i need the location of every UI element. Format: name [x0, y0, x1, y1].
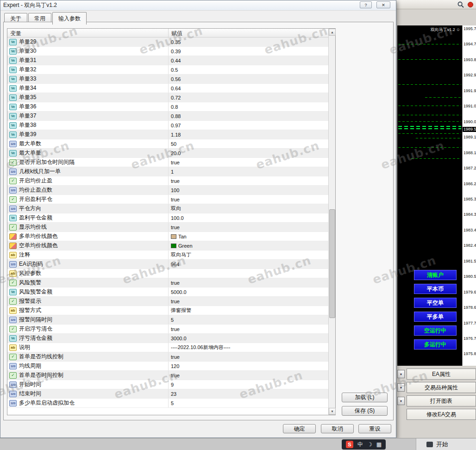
ea-panel-button-平空单[interactable]: 平空单 [414, 298, 457, 308]
param-value-cell[interactable]: 0.64 [169, 84, 328, 93]
close-icon[interactable]: ✕ [376, 1, 390, 8]
tab-输入参数[interactable]: 输入参数 [52, 12, 87, 25]
table-row[interactable]: 多单均价线颜色Tan [7, 232, 328, 241]
ea-panel-button-空运行中[interactable]: 空运行中 [414, 325, 457, 336]
chevron-down-icon[interactable]: ▼ [397, 370, 405, 378]
table-row[interactable]: 123多少单后启动虚拟加仓5 [7, 399, 328, 408]
table-row[interactable]: 123开始时间9 [7, 380, 328, 389]
table-row[interactable]: ✓开启均价止盈true [7, 176, 328, 186]
notification-icon[interactable] [468, 2, 473, 7]
param-value-cell[interactable]: true [169, 158, 328, 167]
param-value-cell[interactable]: 弹窗报警 [169, 306, 328, 315]
table-row[interactable]: 123平仓方向双向 [7, 204, 328, 213]
table-row[interactable]: Ve盈利平仓金额100.0 [7, 213, 328, 223]
param-value-cell[interactable]: 0.56 [169, 75, 328, 83]
table-row[interactable]: 空单均价线颜色Green [7, 241, 328, 250]
moon-icon[interactable]: ☽ [367, 442, 372, 447]
side-panel-button-EA属性[interactable]: EA属性 [407, 369, 476, 380]
reset-button[interactable]: 重设 [358, 424, 391, 433]
ea-panel-button-清账户[interactable]: 清账户 [414, 270, 457, 280]
table-row[interactable]: ab报警方式弹窗报警 [7, 306, 328, 315]
param-value-cell[interactable]: 0.88 [169, 112, 328, 120]
table-row[interactable]: ✓首单是否均线控制true [7, 352, 328, 362]
param-value-cell[interactable]: 120 [169, 362, 328, 370]
table-row[interactable]: 123EA识别码964 [7, 260, 328, 269]
param-value-cell[interactable]: 0.44 [169, 56, 328, 65]
scroll-down-icon[interactable]: ▼ [329, 408, 336, 415]
table-row[interactable]: 123均价止盈点数100 [7, 186, 328, 195]
search-icon[interactable] [457, 1, 464, 8]
table-scrollbar[interactable]: ▲ ▼ [328, 29, 335, 415]
table-row[interactable]: ab说明----2022.10.06新增内容---- [7, 343, 328, 352]
param-value-cell[interactable]: 1.18 [169, 130, 328, 139]
ok-button[interactable]: 确定 [283, 424, 316, 433]
param-value-cell[interactable]: 1 [169, 167, 328, 176]
chevron-down-icon[interactable]: ▼ [397, 397, 405, 405]
table-row[interactable]: Ve单量350.72 [7, 93, 328, 102]
chevron-down-icon[interactable]: ▼ [397, 383, 405, 392]
table-row[interactable]: Ve风险预警金额5000.0 [7, 288, 328, 297]
param-value-cell[interactable] [169, 269, 328, 278]
param-value-cell[interactable]: ----2022.10.06新增内容---- [169, 343, 328, 352]
table-row[interactable]: ✓风险预警true [7, 278, 328, 288]
table-row[interactable]: Ve最大单量20.0 [7, 149, 328, 158]
param-value-cell[interactable]: true [169, 325, 328, 333]
param-value-cell[interactable]: 5000.0 [169, 288, 328, 296]
ime-language-toggle[interactable]: 中 [357, 442, 363, 447]
side-panel-button-修改EA交易[interactable]: 修改EA交易 [407, 409, 476, 420]
table-row[interactable]: Ve单量300.39 [7, 47, 328, 56]
table-row[interactable]: Ve单量330.56 [7, 75, 328, 84]
table-row[interactable]: ✓报警提示true [7, 297, 328, 306]
param-value-cell[interactable]: 0.39 [169, 47, 328, 56]
param-value-cell[interactable]: 9 [169, 380, 328, 389]
table-row[interactable]: Ve单量380.97 [7, 121, 328, 130]
table-row[interactable]: ✓开启浮亏清仓true [7, 325, 328, 334]
param-value-cell[interactable]: 964 [169, 260, 328, 269]
table-row[interactable]: ✓首单是否时间控制true [7, 371, 328, 380]
param-value-cell[interactable]: 3000.0 [169, 334, 328, 343]
param-value-cell[interactable]: 5 [169, 315, 328, 324]
table-row[interactable]: ✓显示均价线true [7, 223, 328, 232]
table-row[interactable]: Ve单量391.18 [7, 130, 328, 139]
param-value-cell[interactable]: Green [169, 241, 328, 250]
table-row[interactable]: 123最大单数50 [7, 139, 328, 149]
side-panel-button-交易品种属性[interactable]: 交易品种属性 [407, 382, 476, 393]
param-value-cell[interactable]: 0.97 [169, 121, 328, 130]
ea-panel-button-平本币[interactable]: 平本币 [414, 284, 457, 294]
load-button[interactable]: 加载 (L) [342, 393, 388, 402]
help-button[interactable]: ? [360, 1, 372, 8]
param-value-cell[interactable]: true [169, 352, 328, 361]
table-row[interactable]: Ve单量320.5 [7, 65, 328, 75]
param-value-cell[interactable]: Tan [169, 232, 328, 241]
param-value-cell[interactable]: true [169, 278, 328, 287]
sogou-input-icon[interactable]: S [346, 441, 353, 448]
table-row[interactable]: ab风控参数 [7, 269, 328, 278]
param-value-cell[interactable]: true [169, 223, 328, 231]
scrollbar-thumb[interactable] [329, 209, 335, 318]
side-panel-button-打开图表[interactable]: 打开图表 [407, 395, 476, 406]
keyboard-icon[interactable]: ▦ [376, 442, 382, 447]
table-row[interactable]: 123结束时间23 [7, 389, 328, 399]
chart-area[interactable]: 双向马丁v1.2☺ 清账户平本币平空单平多单空运行中多运行中 [397, 25, 462, 366]
scroll-up-icon[interactable]: ▲ [329, 29, 336, 36]
table-row[interactable]: Ve单量340.64 [7, 84, 328, 93]
table-row[interactable]: ✓是否开启加仓时间间隔true [7, 158, 328, 167]
param-value-cell[interactable]: 0.35 [169, 38, 328, 46]
param-value-cell[interactable]: 0.5 [169, 65, 328, 74]
param-value-cell[interactable]: 20.0 [169, 149, 328, 157]
start-area[interactable]: 开始 [416, 438, 476, 450]
dialog-titlebar[interactable]: Expert - 双向马丁v1.2 [0, 0, 396, 11]
table-row[interactable]: Ve单量290.35 [7, 38, 328, 47]
param-value-cell[interactable]: 0.72 [169, 93, 328, 102]
param-value-cell[interactable]: 100.0 [169, 213, 328, 222]
param-value-cell[interactable]: 双向 [169, 204, 328, 213]
cancel-button[interactable]: 取消 [321, 424, 354, 433]
param-value-cell[interactable]: true [169, 371, 328, 380]
param-value-cell[interactable]: 50 [169, 139, 328, 148]
table-row[interactable]: Ve单量360.8 [7, 102, 328, 112]
param-value-cell[interactable]: 23 [169, 389, 328, 398]
table-row[interactable]: 123几根k线只加一单1 [7, 167, 328, 176]
param-value-cell[interactable]: true [169, 176, 328, 185]
param-value-cell[interactable]: 5 [169, 399, 328, 407]
param-value-cell[interactable]: 100 [169, 186, 328, 194]
